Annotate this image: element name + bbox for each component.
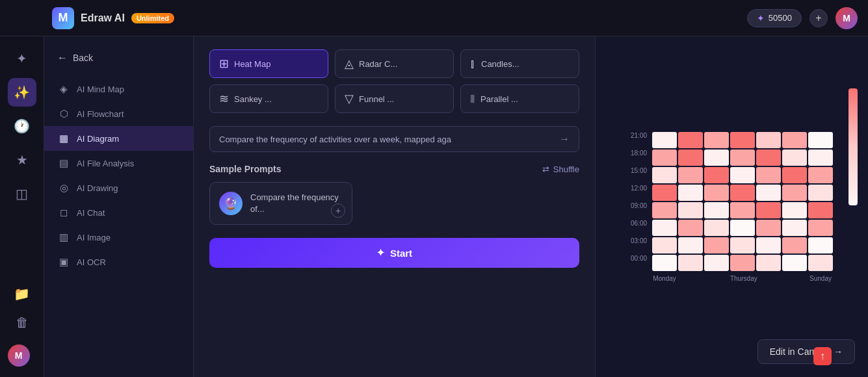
prompt-submit-arrow[interactable]: →	[559, 133, 570, 145]
sidebar-item-flowchart[interactable]: ⬡ AI Flowchart	[44, 101, 193, 126]
sample-prompts-header: Sample Prompts ⇄ Shuffle	[209, 164, 579, 174]
back-arrow-icon: ←	[57, 52, 68, 64]
hmap-cell	[730, 167, 755, 183]
hmap-cell	[704, 255, 729, 271]
image-icon: ▥	[57, 231, 70, 243]
hmap-cell	[782, 132, 807, 148]
hmap-cell	[704, 150, 729, 166]
chart-btn-funnel[interactable]: ▽ Funnel ...	[335, 84, 454, 113]
x-label-0: Monday	[652, 275, 677, 282]
hmap-cell	[782, 202, 807, 218]
sidebar-item-drawing[interactable]: ◎ AI Drawing	[44, 176, 193, 200]
color-legend	[848, 88, 858, 205]
chart-type-selector: ⊞ Heat Map ◬ Radar C... ⫿ Candles... ≋ S…	[209, 49, 579, 113]
prompt-card-1[interactable]: 🔮 Compare the frequency of... +	[209, 182, 352, 225]
sankey-icon: ≋	[219, 92, 229, 106]
x-label-2	[704, 275, 729, 282]
back-label: Back	[73, 53, 93, 63]
radar-label: Radar C...	[359, 59, 397, 69]
hmap-cell	[756, 202, 781, 218]
chart-btn-sankey[interactable]: ≋ Sankey ...	[209, 84, 328, 113]
hmap-cell	[730, 185, 755, 201]
hmap-cell	[704, 237, 729, 254]
sidebar-item-ocr[interactable]: ▣ AI OCR	[44, 250, 193, 274]
chart-btn-candles[interactable]: ⫿ Candles...	[460, 49, 579, 78]
x-label-3: Thursday	[730, 275, 755, 282]
sample-prompts-label: Sample Prompts	[209, 164, 281, 174]
chart-btn-parallel[interactable]: ⦀ Parallel ...	[460, 84, 579, 113]
sidebar-item-layers[interactable]: ◫	[8, 179, 36, 208]
sidebar-item-file-analysis[interactable]: ▤ AI File Analysis	[44, 151, 193, 176]
hmap-cell	[652, 167, 677, 183]
candles-label: Candles...	[481, 59, 519, 69]
back-button[interactable]: ← Back	[44, 47, 193, 69]
hmap-cell	[678, 167, 703, 183]
hmap-cell	[756, 220, 781, 236]
prompt-input-row: Compare the frequency of activities over…	[209, 126, 579, 152]
hmap-cell	[730, 132, 755, 148]
x-label-4	[756, 275, 781, 282]
heatmap-inner: 21:00 18:00 15:00 12:00 09:00 06:00 03:0…	[631, 132, 833, 282]
prompt-card-text: Compare the frequency of...	[250, 192, 343, 215]
sidebar-user-avatar[interactable]: M	[8, 344, 30, 367]
hmap-cell	[782, 220, 807, 236]
app-name: Edraw AI	[81, 12, 125, 24]
file-analysis-icon: ▤	[57, 157, 70, 169]
chart-btn-radar[interactable]: ◬ Radar C...	[335, 49, 454, 78]
upload-arrow-indicator: ↑	[813, 347, 832, 365]
drawing-label: AI Drawing	[77, 183, 118, 193]
x-label-1	[678, 275, 703, 282]
prompt-input-text[interactable]: Compare the frequency of activities over…	[219, 135, 553, 144]
edit-canvas-button[interactable]: Edit in Canvas →	[757, 339, 855, 364]
hmap-cell	[678, 255, 703, 271]
hmap-cell	[730, 255, 755, 271]
x-label-6: Sunday	[808, 275, 833, 282]
hmap-cell	[704, 185, 729, 201]
flowchart-label: AI Flowchart	[77, 109, 124, 119]
hmap-cell	[808, 237, 833, 254]
y-label-7: 00:00	[631, 255, 647, 262]
hmap-cell	[678, 185, 703, 201]
diagram-label: AI Diagram	[77, 134, 119, 144]
user-avatar[interactable]: M	[835, 7, 858, 29]
sidebar-item-diagram[interactable]: ▦ AI Diagram	[44, 126, 193, 151]
hmap-cell	[730, 237, 755, 254]
hmap-cell	[756, 237, 781, 254]
shuffle-button[interactable]: ⇄ Shuffle	[542, 164, 579, 174]
sidebar-item-mind-map[interactable]: ◈ AI Mind Map	[44, 77, 193, 101]
prompt-card-add-button[interactable]: +	[331, 203, 345, 218]
sidebar-item-recent[interactable]: 🕐	[8, 112, 36, 140]
heatmap-x-labels: Monday Thursday Sunday	[652, 271, 833, 282]
start-button[interactable]: ✦ Start	[209, 238, 579, 268]
hmap-cell	[782, 185, 807, 201]
hmap-cell	[652, 237, 677, 254]
hmap-cell	[756, 132, 781, 148]
unlimited-badge: Unlimited	[131, 13, 174, 23]
sidebar-item-create[interactable]: ✦	[8, 44, 36, 73]
y-label-5: 06:00	[631, 220, 647, 227]
credits-value: 50500	[769, 13, 792, 23]
sidebar-item-starred[interactable]: ★	[8, 146, 36, 174]
heatmap-grid-wrap: Monday Thursday Sunday	[652, 132, 833, 282]
y-label-3: 12:00	[631, 185, 647, 192]
preview-panel: 21:00 18:00 15:00 12:00 09:00 06:00 03:0…	[595, 36, 868, 377]
add-credits-button[interactable]: +	[809, 9, 828, 27]
ocr-icon: ▣	[57, 256, 70, 268]
radar-icon: ◬	[345, 57, 354, 71]
hmap-cell	[678, 150, 703, 166]
sankey-label: Sankey ...	[234, 94, 272, 104]
sidebar-item-image[interactable]: ▥ AI Image	[44, 225, 193, 250]
app-logo-icon: M	[52, 7, 74, 29]
hmap-cell	[808, 167, 833, 183]
sidebar-item-chat[interactable]: ◻ AI Chat	[44, 200, 193, 225]
hmap-cell	[782, 167, 807, 183]
chart-btn-heat-map[interactable]: ⊞ Heat Map	[209, 49, 328, 78]
sidebar-item-files[interactable]: 📁	[8, 280, 36, 308]
hmap-cell	[678, 220, 703, 236]
sidebar-item-ai[interactable]: ✨	[8, 78, 36, 107]
hmap-cell	[782, 255, 807, 271]
hmap-cell	[652, 185, 677, 201]
credits-button[interactable]: ✦ 50500	[747, 9, 802, 27]
x-label-5	[782, 275, 807, 282]
sidebar-item-trash[interactable]: 🗑	[8, 308, 36, 337]
